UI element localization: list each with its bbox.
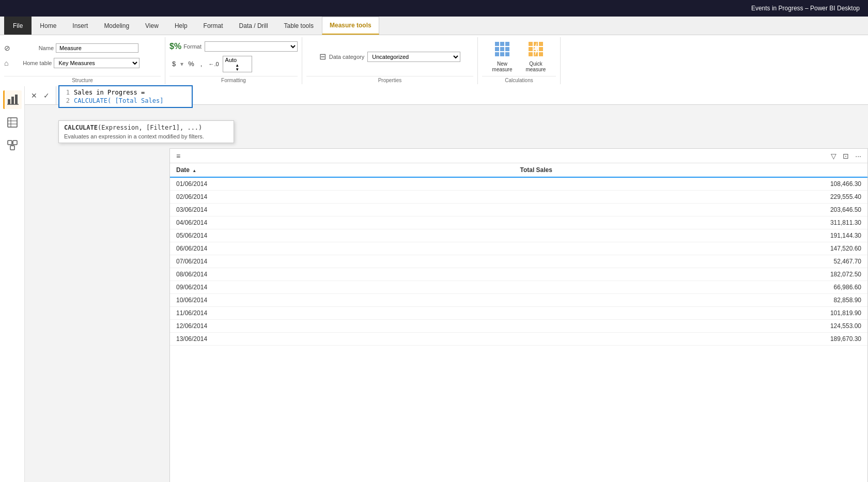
date-cell: 03/06/2014 — [170, 204, 514, 216]
svg-rect-12 — [529, 47, 533, 51]
confirm-button[interactable]: ✓ — [41, 90, 52, 101]
tab-insert[interactable]: Insert — [65, 17, 96, 35]
title-bar: Events in Progress – Power BI Desktop — [0, 0, 868, 17]
svg-rect-4 — [500, 47, 504, 51]
svg-rect-1 — [500, 42, 504, 46]
tab-measuretools[interactable]: Measure tools — [322, 17, 379, 35]
tab-format[interactable]: Format — [196, 17, 231, 35]
auto-input[interactable] — [223, 56, 252, 64]
formula-editor[interactable]: 1 Sales in Progress = 2 CALCULATE( [Tota… — [56, 86, 868, 104]
svg-rect-21 — [15, 95, 18, 104]
quick-measure-svg — [528, 41, 544, 57]
svg-rect-28 — [13, 141, 17, 145]
properties-group-label: Properties — [306, 76, 473, 84]
cancel-button[interactable]: ✕ — [29, 90, 39, 101]
decimal-decrease-button[interactable]: ←.0 — [206, 59, 221, 69]
format-select[interactable]: Currency Percentage Whole number Decimal — [205, 41, 298, 52]
sales-cell: 82,858.90 — [514, 294, 867, 307]
tab-home[interactable]: Home — [32, 17, 64, 35]
quick-measure-button[interactable]: Quickmeasure — [521, 38, 550, 75]
quick-measure-label: Quickmeasure — [525, 61, 546, 72]
calculations-group-label: Calculations — [482, 76, 556, 84]
table-row: 07/06/2014 52,467.70 — [170, 255, 867, 268]
auto-spinner: ▲ ▼ — [223, 56, 252, 72]
table-row: 09/06/2014 66,986.60 — [170, 281, 867, 294]
comma-button[interactable]: , — [198, 58, 205, 69]
new-measure-button[interactable]: Newmeasure — [488, 38, 517, 75]
format-dollar-percent-icon: $% — [169, 42, 181, 51]
date-cell: 02/06/2014 — [170, 191, 514, 204]
window-title: Events in Progress – Power BI Desktop — [751, 5, 860, 12]
date-cell: 05/06/2014 — [170, 229, 514, 242]
tooltip-description: Evaluates an expression in a context mod… — [64, 133, 228, 139]
spinner-down[interactable]: ▼ — [223, 68, 252, 72]
filter-button[interactable]: ▽ — [829, 151, 839, 161]
sales-cell: 124,553.00 — [514, 320, 867, 333]
date-cell: 06/06/2014 — [170, 242, 514, 255]
data-table-wrapper: ≡ ▽ ⊡ ··· Date ▲ — [169, 148, 868, 482]
svg-rect-7 — [500, 52, 504, 56]
data-category-select[interactable]: Uncategorized Address City Country Posta… — [367, 52, 460, 62]
toolbar-right: ▽ ⊡ ··· — [829, 151, 863, 161]
tab-help[interactable]: Help — [167, 17, 195, 35]
date-cell: 12/06/2014 — [170, 320, 514, 333]
table-row: 11/06/2014 101,819.90 — [170, 307, 867, 320]
date-cell: 01/06/2014 — [170, 177, 514, 191]
svg-rect-19 — [8, 99, 10, 104]
tab-file[interactable]: File — [4, 17, 32, 35]
sales-cell: 108,466.30 — [514, 177, 867, 191]
total-sales-column-header[interactable]: Total Sales — [514, 163, 867, 177]
sidebar-item-table[interactable] — [3, 113, 22, 132]
properties-group: ⊟ Data category Uncategorized Address Ci… — [302, 37, 478, 84]
tooltip-params: (Expression, [Filter1], ...) — [98, 124, 202, 131]
sales-cell: 52,467.70 — [514, 255, 867, 268]
svg-rect-11 — [539, 42, 543, 46]
date-cell: 07/06/2014 — [170, 255, 514, 268]
new-measure-svg — [494, 41, 510, 57]
sidebar-item-model[interactable] — [3, 136, 22, 154]
formula-line-1: 1 Sales in Progress = — [64, 88, 188, 97]
table-row: 10/06/2014 82,858.90 — [170, 294, 867, 307]
data-category-row: ⊟ Data category Uncategorized Address Ci… — [319, 52, 460, 62]
new-measure-label: Newmeasure — [492, 61, 513, 72]
sales-cell: 191,144.30 — [514, 229, 867, 242]
date-cell: 04/06/2014 — [170, 216, 514, 229]
tab-datadrill[interactable]: Data / Drill — [231, 17, 276, 35]
sales-cell: 147,520.60 — [514, 242, 867, 255]
format-row1: $% Format Currency Percentage Whole numb… — [169, 41, 298, 52]
table-row: 13/06/2014 189,670.30 — [170, 333, 867, 346]
expand-button[interactable]: ⊡ — [841, 151, 851, 161]
more-options-button[interactable]: ··· — [853, 151, 863, 161]
formula-box[interactable]: 1 Sales in Progress = 2 CALCULATE( [Tota… — [58, 85, 193, 108]
table-scroll-area[interactable]: Date ▲ Total Sales 01/06/2014 108,466.30… — [170, 163, 867, 482]
table-row: 04/06/2014 311,811.30 — [170, 216, 867, 229]
name-label: Name — [12, 45, 54, 51]
tab-tabletools[interactable]: Table tools — [276, 17, 321, 35]
table-row: 06/06/2014 147,520.60 — [170, 242, 867, 255]
formula-line-2: 2 CALCULATE( [Total Sales] — [64, 97, 188, 105]
sales-cell: 66,986.60 — [514, 281, 867, 294]
tab-view[interactable]: View — [137, 17, 166, 35]
home-table-select[interactable]: Key Measures Sales Products Customers — [54, 58, 140, 68]
svg-rect-2 — [505, 42, 509, 46]
formula-area: ✕ ✓ 1 Sales in Progress = 2 CALCULATE( [… — [25, 86, 868, 482]
date-cell: 11/06/2014 — [170, 307, 514, 320]
bar-chart-icon — [7, 94, 19, 105]
sales-cell: 229,555.40 — [514, 191, 867, 204]
date-column-header[interactable]: Date ▲ — [170, 163, 514, 177]
formatting-group: $% Format Currency Percentage Whole numb… — [165, 37, 302, 84]
main-area: ✕ ✓ 1 Sales in Progress = 2 CALCULATE( [… — [0, 86, 868, 482]
toolbar-left: ≡ — [174, 151, 182, 161]
structure-group: ⊘ Name ⌂ Home table Key Measures Sales P… — [0, 37, 165, 84]
data-category-label: Data category — [329, 54, 364, 60]
tab-modeling[interactable]: Modeling — [96, 17, 137, 35]
table-icon — [7, 117, 18, 128]
menu-icon-button[interactable]: ≡ — [174, 151, 182, 161]
sales-cell: 203,646.50 — [514, 204, 867, 216]
format-row2: $ ▾ % , ←.0 ▲ ▼ — [169, 56, 252, 72]
percent-button[interactable]: % — [185, 58, 197, 69]
name-input[interactable] — [56, 43, 138, 53]
svg-rect-27 — [8, 141, 12, 145]
dollar-button[interactable]: $ — [169, 58, 178, 69]
sidebar-item-chart[interactable] — [3, 90, 22, 109]
